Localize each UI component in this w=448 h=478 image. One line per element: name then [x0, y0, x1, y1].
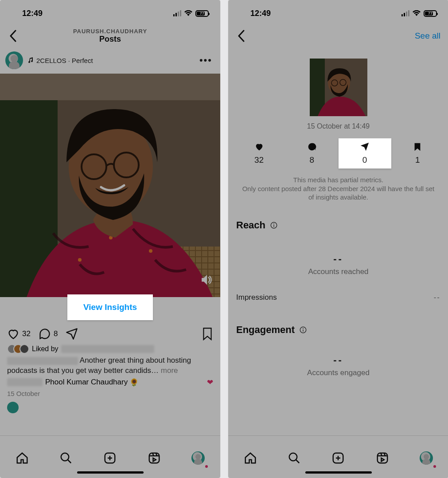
- tab-home[interactable]: [242, 449, 259, 467]
- svg-point-7: [78, 258, 82, 262]
- tab-search[interactable]: [57, 449, 75, 467]
- see-all-link[interactable]: See all: [415, 31, 440, 41]
- next-post-peek: [0, 400, 220, 417]
- tab-create[interactable]: [101, 449, 119, 467]
- info-icon[interactable]: [270, 221, 278, 229]
- share-icon: [360, 142, 370, 152]
- post-timestamp: 15 October at 14:49: [228, 120, 448, 138]
- cellular-icon: [173, 10, 181, 16]
- metric-value: 0: [339, 153, 391, 165]
- left-screen: 12:49 77 PAURUSH.CHAUDHARY Posts 2CELLOS…: [0, 0, 220, 478]
- back-button[interactable]: [233, 27, 250, 45]
- comment-heart-icon[interactable]: ❤: [207, 378, 213, 387]
- engagement-value: --: [228, 340, 448, 366]
- post-thumbnail[interactable]: [310, 59, 367, 116]
- like-button[interactable]: 32: [7, 328, 31, 340]
- metric-value: 8: [285, 153, 338, 165]
- metrics-disclaimer: This media has partial metrics. Only con…: [228, 172, 448, 215]
- status-bar: 12:49 77: [228, 0, 448, 23]
- music-line[interactable]: 2CELLOS · Perfect: [27, 57, 93, 64]
- impressions-value: --: [434, 293, 440, 302]
- avatar[interactable]: [5, 51, 23, 69]
- tab-profile[interactable]: [189, 449, 207, 467]
- impressions-row[interactable]: Impressions --: [228, 289, 448, 306]
- post-caption[interactable]: Another great thing about hosting podcas…: [0, 355, 220, 376]
- commenter-redacted: [7, 378, 43, 386]
- home-indicator[interactable]: [77, 471, 144, 474]
- engagement-label: Accounts engaged: [228, 366, 448, 390]
- liked-by-text: Liked by: [32, 345, 58, 353]
- svg-rect-21: [273, 225, 274, 227]
- cellular-icon: [401, 10, 409, 16]
- post-image[interactable]: [0, 74, 220, 297]
- save-button[interactable]: [202, 327, 213, 341]
- tab-reels[interactable]: [374, 449, 391, 467]
- info-icon[interactable]: [299, 326, 307, 334]
- comment-icon: [307, 142, 317, 152]
- back-button[interactable]: [4, 27, 22, 45]
- metric-shares[interactable]: 0: [339, 138, 391, 168]
- heart-icon: [254, 142, 264, 152]
- tab-search[interactable]: [285, 449, 303, 467]
- svg-rect-27: [378, 453, 388, 463]
- home-indicator[interactable]: [305, 471, 372, 474]
- tab-profile[interactable]: [417, 449, 435, 467]
- view-insights-wrap: View Insights: [0, 294, 220, 325]
- post-date: 15 October: [0, 387, 220, 400]
- tab-home[interactable]: [13, 449, 31, 467]
- reach-label: Accounts reached: [228, 265, 448, 289]
- svg-point-20: [273, 223, 274, 224]
- reach-title: Reach: [236, 219, 265, 231]
- nav-bar: See all: [228, 23, 448, 49]
- engagement-section-header: Engagement: [228, 320, 448, 340]
- comment-text: Phool Kumar Chaudhary: [45, 378, 128, 387]
- caption-more[interactable]: more: [161, 366, 178, 375]
- metric-comments[interactable]: 8: [285, 138, 338, 168]
- music-icon: [27, 57, 34, 63]
- status-bar: 12:49 77: [0, 0, 220, 23]
- engagement-title: Engagement: [236, 324, 295, 336]
- wifi-icon: [412, 10, 421, 16]
- metrics-row: 32 8 0 1: [228, 138, 448, 172]
- notification-dot: [205, 465, 208, 468]
- disclaimer-line2: Only content posted after 28 December 20…: [242, 185, 435, 201]
- status-right: 77: [401, 10, 437, 17]
- svg-point-11: [61, 453, 69, 461]
- nav-username: PAURUSH.CHAUDHARY: [73, 28, 147, 35]
- more-button[interactable]: •••: [197, 55, 215, 66]
- disclaimer-line1: This media has partial metrics.: [293, 176, 383, 184]
- battery-icon: 77: [424, 10, 437, 17]
- status-right: 77: [173, 10, 209, 17]
- svg-point-23: [303, 328, 304, 329]
- comment-emoji: 🌻: [129, 378, 139, 387]
- music-text: 2CELLOS · Perfect: [36, 57, 93, 64]
- nav-title: Posts: [73, 35, 147, 44]
- liked-by-row[interactable]: Liked by: [0, 343, 220, 355]
- metric-likes[interactable]: 32: [233, 138, 285, 168]
- nav-center: PAURUSH.CHAUDHARY Posts: [73, 28, 147, 44]
- comment-button[interactable]: 8: [39, 328, 58, 340]
- profile-avatar: [191, 451, 205, 465]
- notification-dot: [433, 465, 436, 468]
- metric-saves[interactable]: 1: [391, 138, 444, 168]
- metric-value: 1: [391, 153, 444, 165]
- caption-author-redacted: [7, 357, 78, 365]
- tab-create[interactable]: [329, 449, 347, 467]
- svg-rect-2: [0, 74, 220, 100]
- tab-reels[interactable]: [145, 449, 163, 467]
- share-button[interactable]: [66, 328, 78, 340]
- svg-rect-24: [303, 329, 304, 332]
- comment-row[interactable]: Phool Kumar Chaudhary 🌻 ❤: [0, 376, 220, 387]
- avatar[interactable]: [7, 402, 19, 413]
- status-time: 12:49: [250, 9, 271, 18]
- thumbnail-wrap: [228, 49, 448, 120]
- like-count: 32: [22, 329, 31, 338]
- impressions-label: Impressions: [236, 293, 277, 302]
- battery-icon: 77: [195, 10, 209, 17]
- view-insights-button[interactable]: View Insights: [67, 294, 153, 320]
- post-actions: 32 8: [0, 325, 220, 343]
- sound-icon[interactable]: [201, 274, 212, 286]
- wifi-icon: [184, 10, 193, 16]
- post-header: 2CELLOS · Perfect •••: [0, 49, 220, 74]
- reach-value: --: [228, 235, 448, 265]
